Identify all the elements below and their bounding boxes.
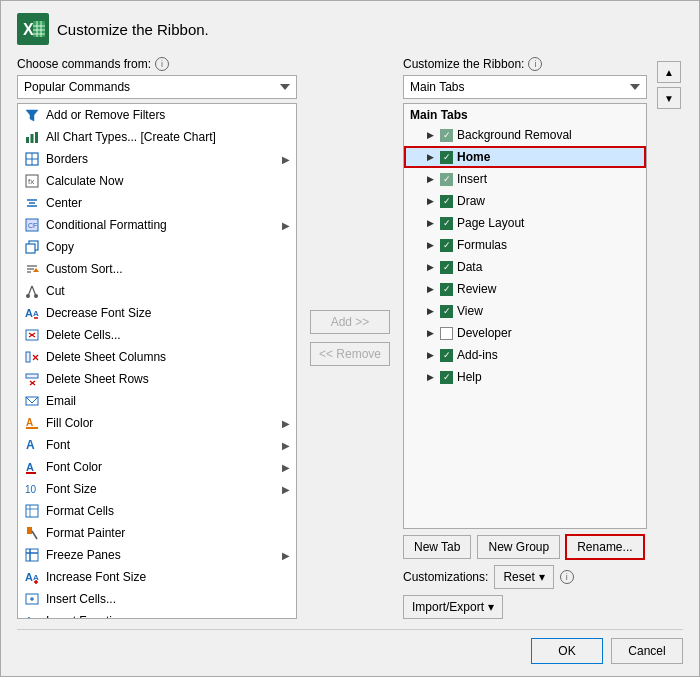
list-item[interactable]: Delete Sheet Columns: [18, 346, 296, 368]
list-item[interactable]: Delete Sheet Rows: [18, 368, 296, 390]
expand-arrow[interactable]: ▶: [424, 283, 436, 295]
list-item[interactable]: AAIncrease Font Size: [18, 566, 296, 588]
ribbon-tree-item[interactable]: ▶✓Help: [404, 366, 646, 388]
reset-button[interactable]: Reset ▾: [494, 565, 553, 589]
ribbon-tree-item[interactable]: ▶Developer: [404, 322, 646, 344]
remove-button[interactable]: << Remove: [310, 342, 390, 366]
list-item[interactable]: Add or Remove Filters: [18, 104, 296, 126]
command-label: Insert Function...: [46, 614, 290, 619]
customizations-label: Customizations:: [403, 570, 488, 584]
ribbon-item-label: Formulas: [457, 238, 507, 252]
ribbon-checkbox[interactable]: ✓: [440, 217, 453, 230]
ribbon-tree-item[interactable]: ▶✓Home: [404, 146, 646, 168]
expand-arrow[interactable]: ▶: [424, 173, 436, 185]
list-item[interactable]: All Chart Types... [Create Chart]: [18, 126, 296, 148]
list-item[interactable]: Delete Cells...: [18, 324, 296, 346]
new-group-button[interactable]: New Group: [477, 535, 560, 559]
ribbon-checkbox[interactable]: ✓: [440, 349, 453, 362]
command-label: Email: [46, 394, 290, 408]
ribbon-tree-item[interactable]: ▶✓Page Layout: [404, 212, 646, 234]
ribbon-item-label: Page Layout: [457, 216, 524, 230]
rename-button[interactable]: Rename...: [566, 535, 643, 559]
move-down-button[interactable]: ▼: [657, 87, 681, 109]
ribbon-checkbox[interactable]: [440, 327, 453, 340]
ribbon-tree-item[interactable]: ▶✓Background Removal: [404, 124, 646, 146]
list-item[interactable]: Format Cells: [18, 500, 296, 522]
list-item[interactable]: AFont▶: [18, 434, 296, 456]
ribbon-tree-item[interactable]: ▶✓Draw: [404, 190, 646, 212]
add-button[interactable]: Add >>: [310, 310, 390, 334]
list-item[interactable]: Insert Cells...: [18, 588, 296, 610]
ribbon-tree-item[interactable]: ▶✓View: [404, 300, 646, 322]
ok-button[interactable]: OK: [531, 638, 603, 664]
ribbon-checkbox[interactable]: ✓: [440, 261, 453, 274]
list-item[interactable]: AFill Color▶: [18, 412, 296, 434]
list-item[interactable]: Custom Sort...: [18, 258, 296, 280]
ribbon-checkbox[interactable]: ✓: [440, 151, 453, 164]
expand-arrow[interactable]: ▶: [424, 371, 436, 383]
command-label: Center: [46, 196, 290, 210]
ribbon-tree-item[interactable]: ▶✓Formulas: [404, 234, 646, 256]
ribbon-item-label: Data: [457, 260, 482, 274]
list-item[interactable]: Center: [18, 192, 296, 214]
ribbon-checkbox[interactable]: ✓: [440, 305, 453, 318]
choose-commands-info-icon[interactable]: i: [155, 57, 169, 71]
ribbon-checkbox[interactable]: ✓: [440, 129, 453, 142]
submenu-arrow: ▶: [282, 440, 290, 451]
command-label: Decrease Font Size: [46, 306, 290, 320]
list-item[interactable]: CFConditional Formatting▶: [18, 214, 296, 236]
expand-arrow[interactable]: ▶: [424, 261, 436, 273]
command-icon: [24, 239, 40, 255]
expand-arrow[interactable]: ▶: [424, 305, 436, 317]
list-item[interactable]: Email: [18, 390, 296, 412]
expand-arrow[interactable]: ▶: [424, 217, 436, 229]
right-side-arrows: ▲ ▼: [655, 57, 683, 619]
dialog-footer: OK Cancel: [17, 629, 683, 664]
command-icon: [24, 393, 40, 409]
svg-text:CF: CF: [28, 222, 37, 229]
ribbon-tree[interactable]: Main Tabs ▶✓Background Removal▶✓Home▶✓In…: [403, 103, 647, 529]
customize-ribbon-dropdown[interactable]: Main Tabs: [403, 75, 647, 99]
expand-arrow[interactable]: ▶: [424, 327, 436, 339]
list-item[interactable]: Borders▶: [18, 148, 296, 170]
ribbon-checkbox[interactable]: ✓: [440, 239, 453, 252]
submenu-arrow: ▶: [282, 154, 290, 165]
customizations-info-icon[interactable]: i: [560, 570, 574, 584]
ribbon-tree-item[interactable]: ▶✓Data: [404, 256, 646, 278]
ribbon-checkbox[interactable]: ✓: [440, 283, 453, 296]
list-item[interactable]: fxInsert Function...: [18, 610, 296, 619]
expand-arrow[interactable]: ▶: [424, 239, 436, 251]
command-label: Calculate Now: [46, 174, 290, 188]
list-item[interactable]: AADecrease Font Size: [18, 302, 296, 324]
ribbon-checkbox[interactable]: ✓: [440, 173, 453, 186]
import-export-button[interactable]: Import/Export ▾: [403, 595, 503, 619]
new-tab-button[interactable]: New Tab: [403, 535, 471, 559]
submenu-arrow: ▶: [282, 220, 290, 231]
list-item[interactable]: Cut: [18, 280, 296, 302]
list-item[interactable]: AFont Color▶: [18, 456, 296, 478]
svg-point-31: [34, 294, 38, 298]
ribbon-tree-item[interactable]: ▶✓Review: [404, 278, 646, 300]
ribbon-tree-item[interactable]: ▶✓Insert: [404, 168, 646, 190]
cancel-button[interactable]: Cancel: [611, 638, 683, 664]
ribbon-item-label: Developer: [457, 326, 512, 340]
ribbon-checkbox[interactable]: ✓: [440, 371, 453, 384]
svg-text:A: A: [33, 309, 39, 318]
list-item[interactable]: Freeze Panes▶: [18, 544, 296, 566]
list-item[interactable]: Format Painter: [18, 522, 296, 544]
move-up-button[interactable]: ▲: [657, 61, 681, 83]
svg-text:x: x: [31, 616, 36, 619]
expand-arrow[interactable]: ▶: [424, 129, 436, 141]
ribbon-checkbox[interactable]: ✓: [440, 195, 453, 208]
customize-ribbon-info-icon[interactable]: i: [528, 57, 542, 71]
choose-commands-dropdown[interactable]: Popular Commands: [17, 75, 297, 99]
svg-rect-54: [27, 527, 32, 534]
list-item[interactable]: fxCalculate Now: [18, 170, 296, 192]
list-item[interactable]: Copy: [18, 236, 296, 258]
expand-arrow[interactable]: ▶: [424, 195, 436, 207]
list-item[interactable]: 10Font Size▶: [18, 478, 296, 500]
commands-list[interactable]: Add or Remove FiltersAll Chart Types... …: [17, 103, 297, 619]
ribbon-tree-item[interactable]: ▶✓Add-ins: [404, 344, 646, 366]
expand-arrow[interactable]: ▶: [424, 349, 436, 361]
expand-arrow[interactable]: ▶: [424, 151, 436, 163]
